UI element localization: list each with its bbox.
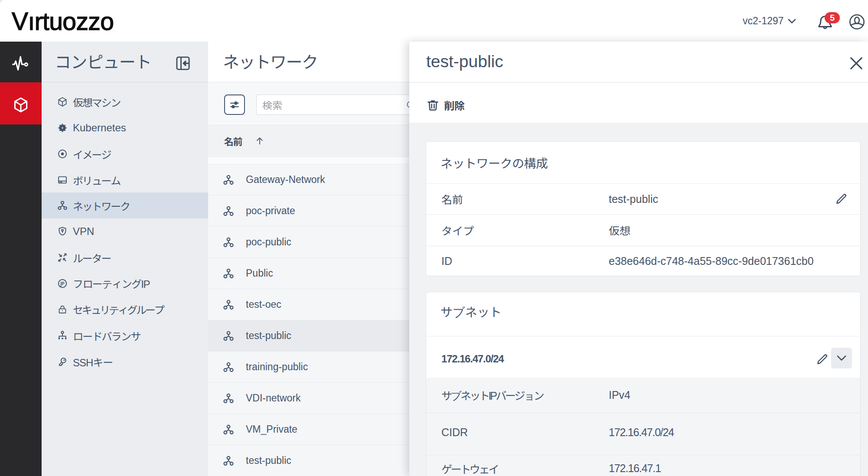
svg-text:IP: IP: [60, 281, 65, 286]
